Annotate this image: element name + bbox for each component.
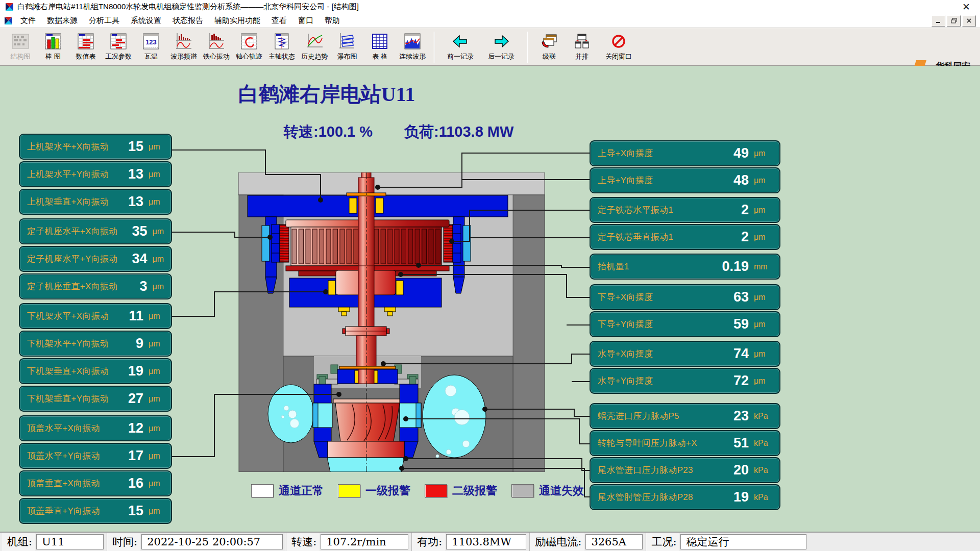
toolbar-button-structure-view[interactable]: 结构图	[4, 31, 37, 61]
toolbar-button-numeric-table[interactable]: 数值表	[69, 31, 102, 61]
measurement-box[interactable]: 下机架垂直+X向振动 19 μm	[19, 358, 172, 384]
measurement-box[interactable]: 尾水管进口压力脉动P23 20 kPa	[590, 457, 780, 483]
measurement-box[interactable]: 定子铁芯水平振动1 2 μm	[590, 197, 780, 223]
toolbar-button-continuous-waveform[interactable]: 连续波形	[396, 31, 429, 61]
measurement-value: 74	[716, 346, 749, 362]
measurement-box[interactable]: 上导+Y向摆度 48 μm	[590, 167, 780, 193]
toolbar-button-waterfall[interactable]: 瀑布图	[331, 31, 363, 61]
status-field-value: 稳定运行	[680, 534, 806, 549]
measurement-unit: μm	[754, 320, 775, 329]
toolbar-separator	[527, 32, 528, 63]
restore-button[interactable]	[947, 15, 961, 27]
toolbar-button-label: 后一记录	[488, 52, 514, 61]
menu-item[interactable]: 查看	[266, 14, 292, 27]
menu-item[interactable]: 系统设置	[125, 14, 167, 27]
measurement-value: 19	[716, 489, 749, 505]
toolbar-button-close-window[interactable]: 关闭窗口	[598, 31, 639, 61]
menu-item[interactable]: 状态报告	[167, 14, 209, 27]
table-grid-icon	[371, 33, 389, 50]
tile-windows-icon	[573, 33, 591, 50]
toolbar-button-next-record[interactable]: 后一记录	[481, 31, 522, 61]
load-label: 负荷:	[404, 123, 439, 140]
measurement-box[interactable]: 上机架水平+X向振动 15 μm	[19, 134, 172, 160]
menu-item[interactable]: 文件	[15, 14, 41, 27]
measurement-value: 15	[114, 139, 143, 155]
measurement-box[interactable]: 蜗壳进口压力脉动P5 23 kPa	[590, 403, 780, 429]
measurement-box[interactable]: 下导+Y向摆度 59 μm	[590, 311, 780, 337]
status-field: 机组: U11	[2, 533, 107, 551]
measurement-box[interactable]: 尾水管肘管压力脉动P28 19 kPa	[590, 484, 780, 510]
toolbar-button-shaft-status[interactable]: 主轴状态	[265, 31, 298, 61]
measurement-box[interactable]: 水导+Y向摆度 72 μm	[590, 368, 780, 394]
measurement-unit: μm	[754, 377, 775, 386]
mdi-window-buttons	[932, 15, 980, 27]
toolbar-button-previous-record[interactable]: 前一记录	[440, 31, 481, 61]
measurement-unit: kPa	[754, 412, 775, 421]
measurement-box[interactable]: 定子机座垂直+X向振动 3 μm	[19, 273, 172, 299]
status-field-label: 转速:	[286, 533, 320, 551]
measurement-unit: μm	[754, 293, 775, 302]
measurement-box[interactable]: 定子机座水平+X向振动 35 μm	[19, 218, 172, 244]
measurement-box[interactable]: 上机架垂直+X向振动 13 μm	[19, 189, 172, 215]
legend-item: 通道正常	[251, 483, 324, 498]
measurement-box[interactable]: 上导+X向摆度 49 μm	[590, 140, 780, 166]
measurement-box[interactable]: 下机架水平+Y向振动 9 μm	[19, 331, 172, 357]
measurement-label: 下机架水平+X向振动	[27, 310, 114, 322]
toolbar-button-cascade[interactable]: 级联	[533, 31, 566, 61]
toolbar-button-table[interactable]: 表 格	[363, 31, 396, 61]
legend-label: 一级报警	[365, 483, 410, 498]
rotor-lift-group: 抬机量1 0.19 mm	[590, 254, 780, 280]
measurement-box[interactable]: 下导+X向摆度 63 μm	[590, 284, 780, 310]
menu-item[interactable]: 数据来源	[41, 14, 83, 27]
toolbar-button-history-trend[interactable]: 历史趋势	[298, 31, 331, 61]
measurement-box[interactable]: 上机架水平+Y向振动 13 μm	[19, 161, 172, 187]
measurement-unit: kPa	[754, 439, 775, 448]
measurement-box[interactable]: 转轮与导叶间压力脉动+X 51 kPa	[590, 430, 780, 456]
toolbar-button-label: 并排	[575, 52, 589, 61]
toolbar-button-label: 连续波形	[399, 52, 426, 61]
legend-item: 一级报警	[338, 483, 410, 498]
continuous-waveform-icon	[403, 33, 422, 50]
measurement-box[interactable]: 下机架水平+X向振动 11 μm	[19, 303, 172, 329]
toolbar-button-core-vibration[interactable]: 铁心振动	[200, 31, 233, 61]
measurement-label: 水导+X向摆度	[598, 348, 716, 360]
menu-item[interactable]: 帮助	[319, 14, 346, 27]
measurement-label: 抬机量1	[598, 261, 716, 272]
measurement-box[interactable]: 顶盖水平+X向振动 12 μm	[19, 415, 172, 441]
toolbar-button-waveform-spectrum[interactable]: 波形频谱	[167, 31, 200, 61]
menu-item[interactable]: 窗口	[292, 14, 319, 27]
measurement-value: 27	[114, 391, 143, 407]
measurement-box[interactable]: 顶盖垂直+X向振动 16 μm	[19, 470, 172, 496]
menu-item[interactable]: 分析工具	[83, 14, 125, 27]
measurement-value: 2	[716, 229, 749, 245]
minimize-button[interactable]	[932, 15, 945, 27]
measurement-label: 下导+X向摆度	[598, 291, 716, 303]
measurement-value: 12	[114, 420, 143, 436]
toolbar-button-operating-params[interactable]: 工况参数	[102, 31, 135, 61]
toolbar-button-orbit[interactable]: 轴心轨迹	[233, 31, 265, 61]
status-field-label: 励磁电流:	[529, 533, 584, 551]
measurement-unit: μm	[149, 507, 167, 516]
measurement-box[interactable]: 顶盖垂直+Y向振动 15 μm	[19, 498, 172, 524]
toolbar-button-pad-temperature[interactable]: 123 瓦温	[135, 31, 167, 61]
measurement-value: 19	[114, 363, 143, 379]
speed-readout: 转速:100.1 %	[284, 122, 373, 142]
toolbar-button-bar-chart[interactable]: 棒 图	[37, 31, 69, 61]
measurement-label: 水导+Y向摆度	[598, 375, 716, 387]
measurement-box[interactable]: 定子铁芯垂直振动1 2 μm	[590, 224, 780, 250]
measurement-box[interactable]: 定子机座水平+Y向振动 34 μm	[19, 246, 172, 272]
measurement-unit: μm	[149, 452, 167, 461]
window-close-button[interactable]: ✕	[958, 1, 975, 13]
measurement-label: 定子机座垂直+X向振动	[27, 281, 118, 292]
measurement-box[interactable]: 水导+X向摆度 74 μm	[590, 341, 780, 367]
measurement-box[interactable]: 下机架垂直+Y向振动 27 μm	[19, 386, 172, 412]
water-guide-swing-group: 水导+X向摆度 74 μm 水导+Y向摆度 72 μm	[590, 341, 780, 394]
mdi-close-button[interactable]	[962, 15, 976, 27]
measurement-label: 下导+Y向摆度	[598, 318, 716, 330]
measurement-box[interactable]: 抬机量1 0.19 mm	[590, 254, 780, 280]
measurement-box[interactable]: 顶盖水平+Y向振动 17 μm	[19, 443, 172, 469]
measurement-unit: μm	[149, 142, 167, 152]
toolbar-button-tile[interactable]: 并排	[566, 31, 598, 61]
waveform-spectrum-icon	[174, 32, 193, 51]
menu-item[interactable]: 辅助实用功能	[209, 14, 266, 27]
